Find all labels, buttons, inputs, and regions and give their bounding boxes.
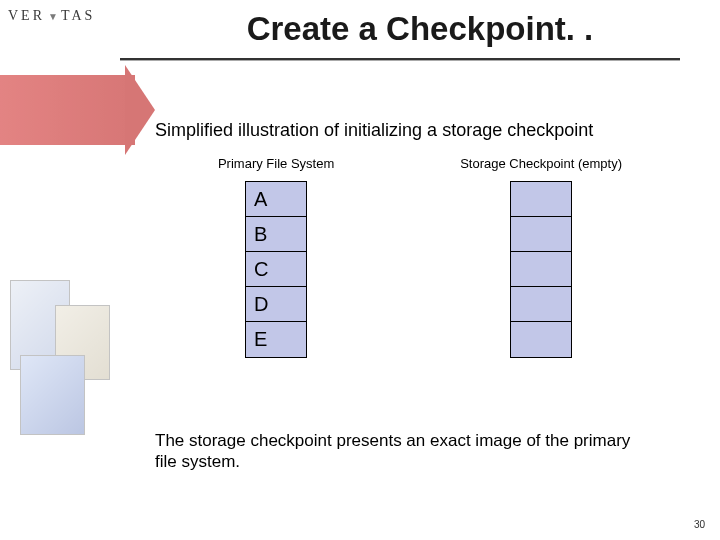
checkpoint-stack (510, 181, 572, 358)
checkpoint-cell (511, 287, 571, 322)
title-divider (120, 58, 680, 61)
abstract-blocks-graphic (0, 270, 140, 450)
brand-logo: VERTAS (8, 6, 118, 24)
primary-cell: E (246, 322, 306, 357)
brand-text: VERTAS (8, 8, 95, 23)
slide-content: Simplified illustration of initializing … (155, 120, 685, 358)
background-decoration (0, 0, 140, 540)
primary-cell: D (246, 287, 306, 322)
checkpoint-column: Storage Checkpoint (empty) (460, 156, 622, 358)
primary-column: Primary File System A B C D E (218, 156, 334, 358)
page-title: Create a Checkpoint. . (150, 10, 690, 48)
checkpoint-cell (511, 322, 571, 357)
slide-number: 30 (694, 519, 705, 530)
checkpoint-label: Storage Checkpoint (empty) (460, 156, 622, 171)
red-arrow-graphic (0, 75, 135, 145)
primary-stack: A B C D E (245, 181, 307, 358)
subtitle-text: Simplified illustration of initializing … (155, 120, 685, 141)
footer-text: The storage checkpoint presents an exact… (155, 430, 655, 473)
primary-label: Primary File System (218, 156, 334, 171)
checkpoint-cell (511, 217, 571, 252)
primary-cell: C (246, 252, 306, 287)
checkpoint-cell (511, 252, 571, 287)
primary-cell: B (246, 217, 306, 252)
primary-cell: A (246, 182, 306, 217)
checkpoint-cell (511, 182, 571, 217)
diagram-row: Primary File System A B C D E Storage Ch… (155, 156, 685, 358)
brand-mark-icon (46, 10, 60, 24)
